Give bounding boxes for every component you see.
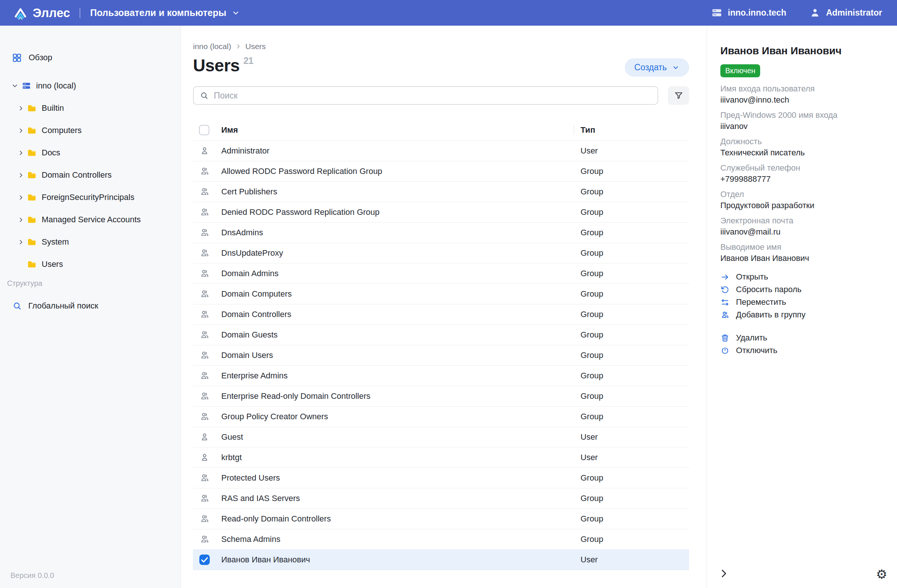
action-link[interactable]: Удалить	[720, 331, 883, 344]
table-row[interactable]: Group Policy Creator Owners Group	[193, 406, 689, 427]
row-type: User	[580, 555, 598, 565]
topbar: Эллес Пользователи и компьютеры inno.inn…	[0, 0, 897, 26]
table-row[interactable]: Domain Guests Group	[193, 325, 689, 345]
table-row[interactable]: Иванов Иван Иванович User	[193, 550, 689, 570]
attribute-value: Технический писатель	[720, 147, 883, 158]
row-checkbox-checked[interactable]	[199, 554, 210, 565]
sidebar-folder-users[interactable]: Users	[0, 253, 181, 275]
sidebar-item-overview[interactable]: Обзор	[0, 49, 181, 66]
user-group-add-icon	[720, 310, 730, 320]
search-input[interactable]	[213, 90, 652, 101]
action-link[interactable]: Отключить	[720, 344, 883, 357]
sidebar-folder-domain-controllers[interactable]: Domain Controllers	[0, 164, 181, 186]
action-label: Переместить	[736, 297, 786, 307]
table-row[interactable]: DnsUpdateProxy Group	[193, 243, 689, 264]
group-icon	[199, 228, 210, 238]
table-row[interactable]: Enterprise Admins Group	[193, 366, 689, 386]
sidebar-folder-system[interactable]: System	[0, 231, 181, 253]
row-type: User	[580, 453, 598, 462]
collapse-panel-button[interactable]	[718, 568, 729, 579]
group-icon	[199, 411, 210, 422]
column-header-name[interactable]: Имя	[221, 125, 238, 135]
overview-label: Обзор	[29, 53, 52, 63]
group-icon	[199, 330, 210, 340]
row-name: Domain Admins	[221, 269, 279, 278]
account-menu[interactable]: Administrator	[809, 7, 882, 18]
action-label: Удалить	[736, 333, 767, 343]
group-icon	[199, 350, 210, 360]
table-row[interactable]: Domain Users Group	[193, 345, 689, 366]
sidebar-folder-managed-service-accounts[interactable]: Managed Service Accounts	[0, 209, 181, 231]
row-type: Group	[580, 248, 603, 258]
folder-icon	[27, 148, 37, 158]
table-row[interactable]: Read-only Domain Controllers Group	[193, 509, 689, 529]
table-row[interactable]: Guest User	[193, 427, 689, 447]
filter-button[interactable]	[668, 86, 689, 105]
table-row[interactable]: Protected Users Group	[193, 468, 689, 489]
folder-icon	[27, 126, 37, 136]
account-name: Administrator	[826, 8, 882, 18]
tree-root-inno-local[interactable]: inno (local)	[0, 75, 181, 97]
page-title-text: Users	[193, 55, 239, 75]
attribute-label: Служебный телефон	[720, 162, 883, 174]
table-row[interactable]: Denied RODC Password Replication Group G…	[193, 202, 689, 223]
sidebar-folder-docs[interactable]: Docs	[0, 142, 181, 164]
table-row[interactable]: RAS and IAS Servers Group	[193, 489, 689, 509]
row-type: Group	[580, 228, 603, 238]
table-row[interactable]: Enterprise Read-only Domain Controllers …	[193, 386, 689, 406]
row-type: User	[580, 146, 598, 156]
group-icon	[199, 186, 210, 197]
select-all-checkbox[interactable]	[199, 125, 210, 135]
sidebar-folder-computers[interactable]: Computers	[0, 119, 181, 142]
row-name: RAS and IAS Servers	[221, 493, 300, 503]
sidebar-item-global-search[interactable]: Глобальный поиск	[0, 301, 181, 311]
row-type: Group	[580, 391, 603, 401]
table-row[interactable]: Allowed RODC Password Replication Group …	[193, 161, 689, 182]
row-name: Иванов Иван Иванович	[221, 555, 310, 565]
chevron-right-icon[interactable]	[17, 194, 24, 201]
action-link[interactable]: Переместить	[720, 296, 883, 309]
action-link[interactable]: Открыть	[720, 270, 883, 283]
breadcrumb-root[interactable]: inno (local)	[193, 42, 231, 51]
create-button-label: Создать	[634, 63, 667, 72]
attribute-value: Иванов Иван Иванович	[720, 253, 883, 264]
folder-label: System	[42, 237, 69, 247]
breadcrumb-current: Users	[245, 42, 266, 51]
action-link[interactable]: Сбросить пароль	[720, 283, 883, 296]
row-name: Denied RODC Password Replication Group	[221, 208, 380, 217]
arrow-right-icon	[720, 272, 730, 282]
sidebar-folder-foreignsecurityprincipals[interactable]: ForeignSecurityPrincipals	[0, 186, 181, 209]
action-link[interactable]: Добавить в группу	[720, 309, 883, 321]
group-icon	[199, 371, 210, 381]
table-row[interactable]: Domain Admins Group	[193, 264, 689, 284]
table-row[interactable]: Administrator User	[193, 141, 689, 161]
chevron-right-icon[interactable]	[17, 127, 24, 134]
module-selector[interactable]: Пользователи и компьютеры	[90, 8, 239, 18]
table-row[interactable]: Domain Computers Group	[193, 284, 689, 304]
action-label: Отключить	[736, 346, 777, 355]
elles-logo-icon	[13, 5, 28, 21]
structure-section-label: Структура	[0, 279, 181, 288]
folder-label: Computers	[42, 126, 82, 135]
folder-icon	[27, 215, 37, 225]
search-icon	[200, 91, 209, 100]
chevron-right-icon[interactable]	[17, 216, 24, 223]
table-row[interactable]: krbtgt User	[193, 447, 689, 468]
table-row[interactable]: DnsAdmins Group	[193, 223, 689, 243]
column-header-type[interactable]: Тип	[580, 125, 595, 135]
chevron-right-icon[interactable]	[17, 238, 24, 246]
sidebar-folder-builtin[interactable]: Builtin	[0, 97, 181, 119]
row-type: Group	[580, 330, 603, 340]
module-selector-label: Пользователи и компьютеры	[90, 8, 226, 18]
table-row[interactable]: Cert Publishers Group	[193, 182, 689, 202]
domain-indicator[interactable]: inno.inno.tech	[711, 7, 786, 18]
chevron-right-icon[interactable]	[17, 150, 24, 156]
table-row[interactable]: Domain Controllers Group	[193, 304, 689, 325]
row-name: DnsUpdateProxy	[221, 248, 283, 258]
attribute-field: Должность Технический писатель	[720, 136, 883, 158]
chevron-right-icon[interactable]	[17, 172, 24, 179]
table-row[interactable]: Schema Admins Group	[193, 529, 689, 550]
create-button[interactable]: Создать	[625, 58, 689, 76]
chevron-right-icon[interactable]	[17, 105, 24, 112]
settings-gear-icon[interactable]: ⚙	[876, 568, 887, 580]
